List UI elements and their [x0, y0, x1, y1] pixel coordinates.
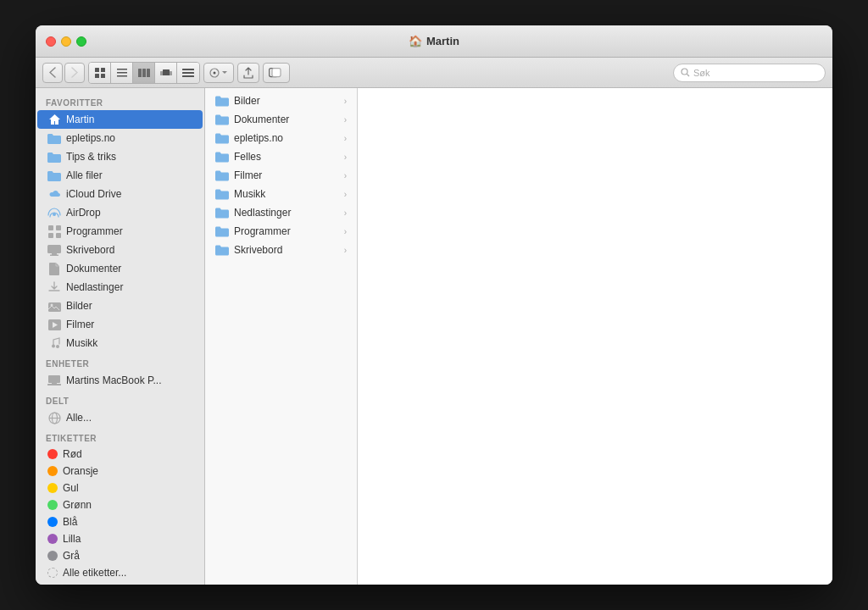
sidebar-item-oransje[interactable]: Oransje: [37, 463, 203, 480]
sidebar-item-programmer[interactable]: Programmer: [37, 222, 203, 241]
file-row-felles[interactable]: Felles ›: [205, 147, 357, 166]
sidebar-label-gronn: Grønn: [63, 499, 92, 511]
arrow-icon: ›: [344, 227, 347, 236]
svg-rect-1: [101, 68, 105, 72]
svg-rect-7: [138, 69, 142, 77]
sidebar-item-filmer[interactable]: Filmer: [37, 315, 203, 334]
sidebar-item-musikk[interactable]: Musikk: [37, 334, 203, 352]
sidebar-item-bilder[interactable]: Bilder: [37, 297, 203, 315]
sidebar-label-epletips: epletips.no: [66, 132, 115, 144]
cloud-icon: [47, 187, 61, 201]
svg-rect-28: [50, 254, 58, 256]
sidebar-item-rod[interactable]: Rød: [37, 446, 203, 463]
arrow-icon: ›: [344, 115, 347, 125]
sidebar-item-alle-etiketter[interactable]: Alle etiketter...: [37, 564, 203, 581]
file-name: Nedlastinger: [234, 207, 291, 219]
view-toggle: [88, 62, 200, 84]
maximize-button[interactable]: [76, 36, 86, 47]
sidebar-item-dokumenter[interactable]: Dokumenter: [37, 259, 203, 278]
sidebar-item-alle-delt[interactable]: Alle...: [37, 408, 203, 427]
sidebar-label-gra: Grå: [63, 550, 80, 562]
sidebar-label-skrivebord: Skrivebord: [66, 244, 114, 256]
sidebar-label-alle-delt: Alle...: [66, 412, 92, 424]
sidebar-item-lilla[interactable]: Lilla: [37, 530, 203, 547]
svg-rect-26: [47, 245, 61, 253]
svg-rect-4: [117, 69, 127, 70]
sidebar-item-skrivebord[interactable]: Skrivebord: [37, 241, 203, 259]
finder-window: 🏠 Martin: [36, 25, 832, 585]
file-row-filmer[interactable]: Filmer ›: [205, 166, 357, 185]
forward-button[interactable]: [64, 63, 85, 83]
sidebar-label-alle-etiketter: Alle etiketter...: [63, 567, 126, 579]
sidebar-label-lilla: Lilla: [63, 533, 81, 545]
sidebar-item-bla[interactable]: Blå: [37, 513, 203, 530]
column-panel-1: Bilder › Dokumenter › epletips.no ›: [205, 88, 358, 585]
sidebar-item-tips[interactable]: Tips & triks: [37, 147, 203, 166]
file-row-bilder[interactable]: Bilder ›: [205, 92, 357, 110]
action-button[interactable]: [203, 63, 234, 83]
back-button[interactable]: [42, 63, 63, 83]
content-area: Favoritter Martin epletips.no: [36, 88, 832, 585]
view-column-button[interactable]: [133, 63, 155, 83]
folder-icon: [215, 225, 229, 238]
svg-rect-24: [48, 233, 53, 238]
svg-rect-12: [170, 71, 172, 75]
folder-icon: [215, 150, 229, 164]
sidebar-item-martin[interactable]: Martin: [37, 110, 203, 129]
sidebar-item-icloud[interactable]: iCloud Drive: [37, 185, 203, 203]
arrow-icon: ›: [344, 134, 347, 143]
view-icon-button[interactable]: [89, 63, 111, 83]
svg-rect-11: [160, 71, 163, 75]
sidebar: Favoritter Martin epletips.no: [36, 88, 205, 585]
search-box[interactable]: Søk: [673, 64, 826, 82]
view-group-button[interactable]: [177, 63, 199, 83]
apps-icon: [47, 225, 61, 238]
svg-rect-36: [52, 383, 57, 384]
close-button[interactable]: [46, 36, 56, 47]
airdrop-icon: [47, 206, 61, 219]
view-cover-button[interactable]: [155, 63, 177, 83]
svg-rect-5: [117, 72, 127, 74]
network-icon: [47, 411, 61, 424]
file-row-programmer[interactable]: Programmer ›: [205, 222, 357, 241]
file-name: Bilder: [234, 95, 260, 107]
svg-rect-3: [101, 74, 105, 78]
file-row-skrivebord[interactable]: Skrivebord ›: [205, 241, 357, 259]
home-icon: [47, 113, 61, 126]
folder-icon: [215, 113, 229, 126]
sidebar-item-alle-filer[interactable]: Alle filer: [37, 166, 203, 185]
sidebar-item-macbook[interactable]: Martins MacBook P...: [37, 371, 203, 390]
color-dot-oransje: [47, 466, 58, 476]
sidebar-item-gra[interactable]: Grå: [37, 547, 203, 564]
computer-icon: [47, 374, 61, 387]
color-dot-gra: [47, 551, 58, 561]
folder-icon-epletips: [47, 131, 61, 145]
file-row-nedlastinger[interactable]: Nedlastinger ›: [205, 203, 357, 222]
toolbar: Søk: [36, 58, 832, 88]
docs-icon: [47, 262, 61, 275]
view-list-button[interactable]: [111, 63, 133, 83]
share-button[interactable]: [237, 63, 259, 83]
sidebar-item-nedlastinger[interactable]: Nedlastinger: [37, 278, 203, 297]
svg-point-17: [214, 71, 216, 74]
svg-rect-14: [182, 72, 194, 74]
sidebar-item-epletips[interactable]: epletips.no: [37, 129, 203, 147]
sidebar-item-gronn[interactable]: Grønn: [37, 496, 203, 513]
traffic-lights: [46, 36, 86, 47]
svg-rect-0: [95, 68, 99, 72]
sidebar-item-gul[interactable]: Gul: [37, 480, 203, 496]
file-row-musikk[interactable]: Musikk ›: [205, 185, 357, 203]
column-panel-2: [358, 88, 832, 585]
file-row-dokumenter[interactable]: Dokumenter ›: [205, 110, 357, 129]
folder-icon: [215, 187, 229, 201]
minimize-button[interactable]: [61, 36, 71, 47]
tag-button[interactable]: [263, 63, 290, 83]
movies-icon: [47, 318, 61, 331]
nav-buttons: [42, 63, 85, 83]
sidebar-label-musikk: Musikk: [66, 337, 97, 349]
sidebar-label-bla: Blå: [63, 516, 77, 528]
file-row-epletips[interactable]: epletips.no ›: [205, 129, 357, 147]
sidebar-item-airdrop[interactable]: AirDrop: [37, 203, 203, 222]
file-name: Skrivebord: [234, 244, 282, 256]
sidebar-section-favoritter: Favoritter: [36, 92, 204, 110]
